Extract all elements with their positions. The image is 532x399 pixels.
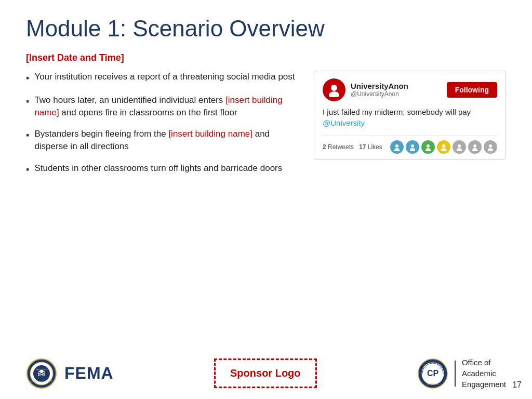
list-item: ▪ Two hours later, an unidentified indiv… xyxy=(26,94,298,119)
svg-point-2 xyxy=(395,144,398,148)
content-area: ▪ Your institution receives a report of … xyxy=(26,71,506,186)
svg-point-6 xyxy=(427,144,430,148)
twitter-card: UniversityAnon @UniversityAnon Following… xyxy=(314,71,506,159)
slide-title: Module 1: Scenario Overview xyxy=(26,16,506,42)
svg-point-4 xyxy=(411,144,414,148)
oae-line1: Office of xyxy=(462,357,506,368)
date-label: [Insert Date and Time] xyxy=(26,52,506,63)
svg-point-3 xyxy=(394,148,400,151)
bullet-marker: ▪ xyxy=(26,163,29,176)
slide-footer: DHS DEPARTMENT OF HOMELAND SECURITY FEMA… xyxy=(0,357,532,390)
twitter-avatar xyxy=(323,78,345,101)
twitter-reaction-avatars xyxy=(390,140,497,154)
sponsor-logo-box: Sponsor Logo xyxy=(214,358,317,388)
bullet-marker: ▪ xyxy=(26,72,29,85)
svg-point-14 xyxy=(489,144,492,148)
reaction-avatar-4 xyxy=(437,140,450,154)
svg-point-9 xyxy=(441,148,446,151)
reaction-avatar-1 xyxy=(390,140,404,154)
footer-right: CP RESILIENCE Office of Academic Engagem… xyxy=(417,357,506,390)
footer-left: DHS DEPARTMENT OF HOMELAND SECURITY FEMA xyxy=(26,358,114,389)
fema-label: FEMA xyxy=(64,364,114,383)
svg-text:DHS: DHS xyxy=(38,373,46,376)
insert-building-2: [insert building name] xyxy=(168,129,252,139)
bullet-text-3: Bystanders begin fleeing from the [inser… xyxy=(34,128,298,153)
fema-seal-icon: DHS DEPARTMENT OF HOMELAND SECURITY xyxy=(26,358,57,389)
oae-line2: Academic xyxy=(462,368,506,379)
twitter-footer: 2 Retweets 17 Likes xyxy=(323,136,497,154)
svg-point-1 xyxy=(329,91,339,97)
svg-point-7 xyxy=(425,148,431,151)
bullet-list: ▪ Your institution receives a report of … xyxy=(26,71,298,186)
twitter-user-info: UniversityAnon @UniversityAnon xyxy=(351,82,408,98)
following-button[interactable]: Following xyxy=(447,82,497,98)
list-item: ▪ Students in other classrooms turn off … xyxy=(26,162,298,176)
bullet-text-4: Students in other classrooms turn off li… xyxy=(34,162,282,175)
retweet-count: 2 xyxy=(323,143,326,151)
twitter-handle: @UniversityAnon xyxy=(351,90,408,98)
bullet-text-2: Two hours later, an unidentified individ… xyxy=(34,94,298,119)
reaction-avatar-2 xyxy=(406,140,419,154)
svg-point-10 xyxy=(458,144,461,148)
bullet-text-1: Your institution receives a report of a … xyxy=(34,71,295,83)
svg-text:CP: CP xyxy=(427,369,439,378)
oae-text: Office of Academic Engagement xyxy=(462,357,506,390)
svg-point-8 xyxy=(442,144,445,148)
insert-building-1: [insert building name] xyxy=(34,95,282,117)
twitter-user: UniversityAnon @UniversityAnon xyxy=(323,78,408,101)
like-count: 17 xyxy=(359,143,366,151)
bullet-marker: ▪ xyxy=(26,95,29,108)
oae-divider xyxy=(455,361,456,387)
sponsor-label: Sponsor Logo xyxy=(230,367,301,379)
slide: Module 1: Scenario Overview [Insert Date… xyxy=(0,0,532,399)
twitter-stats: 2 Retweets 17 Likes xyxy=(323,143,382,151)
tweet-mention: @University xyxy=(323,118,365,127)
reaction-avatar-5 xyxy=(453,140,466,154)
reaction-avatar-6 xyxy=(468,140,482,154)
svg-point-11 xyxy=(457,148,462,151)
svg-point-15 xyxy=(488,148,493,151)
reaction-avatar-7 xyxy=(484,140,497,154)
twitter-header: UniversityAnon @UniversityAnon Following xyxy=(323,78,497,101)
page-number: 17 xyxy=(512,380,522,390)
svg-text:RESILIENCE: RESILIENCE xyxy=(427,383,439,385)
svg-point-12 xyxy=(473,144,476,148)
oae-line3: Engagement xyxy=(462,379,506,390)
svg-point-5 xyxy=(410,148,415,151)
svg-point-22 xyxy=(40,370,43,373)
twitter-post: I just failed my midterm; somebody will … xyxy=(323,107,497,128)
tweet-text: I just failed my midterm; somebody will … xyxy=(323,108,471,116)
twitter-username: UniversityAnon xyxy=(351,82,408,90)
reaction-avatar-3 xyxy=(421,140,435,154)
svg-point-0 xyxy=(331,85,337,91)
list-item: ▪ Bystanders begin fleeing from the [ins… xyxy=(26,128,298,153)
bullet-marker: ▪ xyxy=(26,129,29,142)
svg-text:HOMELAND SECURITY: HOMELAND SECURITY xyxy=(30,380,53,383)
svg-point-13 xyxy=(472,148,477,151)
oae-seal-icon: CP RESILIENCE xyxy=(417,358,448,389)
list-item: ▪ Your institution receives a report of … xyxy=(26,71,298,85)
